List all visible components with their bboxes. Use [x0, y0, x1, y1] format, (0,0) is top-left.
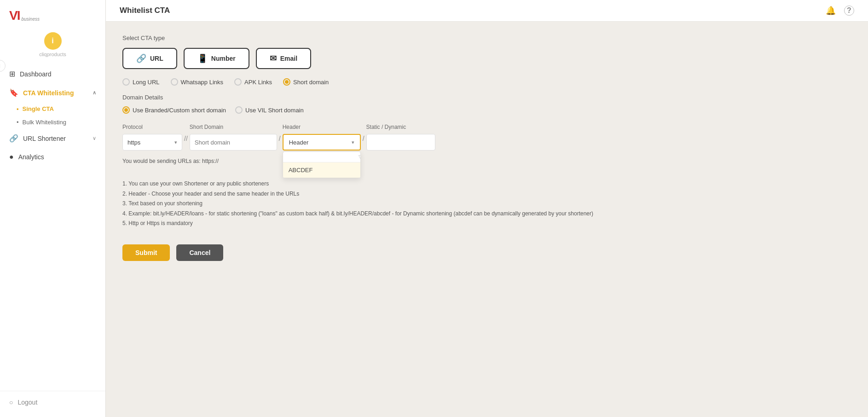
sidebar-item-label: Analytics: [18, 153, 44, 161]
sub-item-label: Single CTA: [23, 105, 54, 112]
chevron-down-icon: ▾: [352, 139, 354, 145]
sidebar-item-label: URL Shortener: [23, 135, 66, 142]
cta-type-url-button[interactable]: 🔗 URL: [122, 48, 177, 69]
notes-section: 1. You can use your own Shortener or any…: [122, 173, 851, 235]
sidebar-item-cta-whitelisting[interactable]: 🔖 CTA Whitelisting ∧: [0, 83, 105, 102]
header-dropdown-panel: ▽ ABCDEF: [283, 151, 361, 178]
radio-circle-apk: [234, 78, 242, 86]
sidebar-item-dashboard[interactable]: ⊞ Dashboard: [0, 64, 105, 83]
header-group: Header Header ▾ ▽ ABCDEF: [283, 124, 361, 151]
note-2: 2. Header - Choose your header and send …: [122, 189, 851, 199]
sidebar-nav: ⊞ Dashboard 🔖 CTA Whitelisting ∧ Single …: [0, 64, 105, 391]
top-bar: Whitelist CTA 🔔 ?: [106, 0, 868, 22]
number-btn-label: Number: [211, 55, 236, 62]
radio-whatsapp-links[interactable]: Whatsapp Links: [171, 78, 224, 86]
submit-button[interactable]: Submit: [122, 244, 170, 261]
cta-type-email-button[interactable]: ✉ Email: [256, 48, 311, 69]
protocol-select[interactable]: https ▾: [122, 134, 182, 151]
sub-radio-group: Use Branded/Custom short domain Use VIL …: [122, 106, 851, 114]
number-btn-icon: 📱: [197, 53, 208, 64]
radio-circle-vil: [235, 106, 243, 114]
chevron-up-icon: ∧: [93, 90, 96, 96]
sidebar: VI business i cliqproducts ‹ ⊞ Dashboard…: [0, 0, 106, 417]
sidebar-item-label: Dashboard: [20, 70, 52, 78]
url-preview: You would be sending URLs as: https://: [122, 158, 851, 164]
url-builder: Protocol https ▾ // Short Domain / Heade…: [122, 124, 851, 151]
static-dynamic-input[interactable]: [366, 134, 435, 151]
analytics-icon: ●: [9, 153, 14, 161]
short-domain-label: Short Domain: [190, 124, 277, 130]
filter-icon: ▽: [359, 154, 361, 160]
sidebar-bottom: ○ Logout: [0, 391, 105, 417]
email-btn-icon: ✉: [270, 53, 277, 64]
note-3: 3. Text based on your shortening: [122, 199, 851, 209]
email-btn-label: Email: [280, 55, 297, 62]
url-type-radios: Long URL Whatsapp Links APK Links Short …: [122, 78, 851, 86]
cancel-button[interactable]: Cancel: [176, 244, 223, 261]
static-dynamic-group: Static / Dynamic: [366, 124, 435, 151]
sep-slashes: //: [182, 135, 190, 142]
help-icon[interactable]: ?: [844, 6, 854, 16]
bell-icon[interactable]: 🔔: [826, 6, 836, 16]
form-buttons: Submit Cancel: [122, 244, 851, 261]
radio-label-branded: Use Branded/Custom short domain: [133, 107, 226, 114]
user-name: cliqproducts: [39, 52, 66, 57]
chevron-down-icon: ▾: [174, 139, 177, 145]
logo-business: business: [21, 17, 39, 22]
radio-label-whatsapp: Whatsapp Links: [181, 79, 224, 86]
short-domain-group: Short Domain: [190, 124, 277, 151]
protocol-group: Protocol https ▾: [122, 124, 182, 151]
note-1: 1. You can use your own Shortener or any…: [122, 179, 851, 189]
radio-label-apk: APK Links: [244, 79, 272, 86]
url-btn-label: URL: [150, 55, 163, 62]
top-bar-actions: 🔔 ?: [826, 6, 854, 16]
sep-slash1: /: [277, 135, 283, 142]
page-title: Whitelist CTA: [120, 6, 170, 15]
radio-circle-whatsapp: [171, 78, 178, 86]
select-cta-type-label: Select CTA type: [122, 35, 851, 41]
sidebar-item-url-shortener[interactable]: 🔗 URL Shortener ∨: [0, 129, 105, 148]
dropdown-item-abcdef[interactable]: ABCDEF: [283, 162, 360, 178]
radio-circle-short-domain: [283, 78, 290, 86]
radio-long-url[interactable]: Long URL: [122, 78, 160, 86]
logout-icon: ○: [9, 399, 13, 406]
radio-label-short-domain: Short domain: [293, 79, 329, 86]
radio-label-vil: Use VIL Short domain: [245, 107, 304, 114]
url-btn-icon: 🔗: [136, 53, 146, 64]
radio-label-long-url: Long URL: [133, 79, 160, 86]
short-domain-input[interactable]: [190, 134, 277, 151]
sidebar-sub-nav: Single CTA Bulk Whitelisting: [0, 102, 105, 129]
header-label: Header: [283, 124, 361, 130]
sidebar-item-label: CTA Whitelisting: [23, 89, 74, 97]
main-content: Whitelist CTA 🔔 ? Select CTA type 🔗 URL …: [106, 0, 868, 417]
cta-type-number-button[interactable]: 📱 Number: [184, 48, 249, 69]
form-area: Select CTA type 🔗 URL 📱 Number ✉ Email L…: [106, 22, 868, 417]
sidebar-item-analytics[interactable]: ● Analytics: [0, 148, 105, 166]
user-profile: i cliqproducts: [0, 28, 105, 64]
note-4: 4. Example: bit.ly/HEADER/loans - for st…: [122, 209, 851, 219]
sidebar-item-bulk-whitelisting[interactable]: Bulk Whitelisting: [17, 116, 105, 129]
radio-branded-custom[interactable]: Use Branded/Custom short domain: [122, 106, 226, 114]
logo: VI business: [0, 0, 105, 28]
note-5: 5. Http or Https is mandatory: [122, 219, 851, 229]
domain-details-label: Domain Details: [122, 94, 851, 101]
static-dynamic-label: Static / Dynamic: [366, 124, 435, 130]
logout-label: Logout: [17, 399, 37, 406]
radio-short-domain[interactable]: Short domain: [283, 78, 329, 86]
avatar: i: [44, 32, 62, 50]
sub-item-label: Bulk Whitelisting: [23, 119, 66, 126]
protocol-label: Protocol: [122, 124, 182, 130]
sep-slash2: /: [361, 135, 366, 142]
radio-circle-branded: [122, 106, 130, 114]
logo-vi: VI: [9, 8, 19, 23]
radio-apk-links[interactable]: APK Links: [234, 78, 272, 86]
radio-circle-long-url: [122, 78, 130, 86]
link-icon: 🔗: [9, 134, 18, 143]
header-select[interactable]: Header ▾: [283, 134, 361, 151]
radio-vil-short[interactable]: Use VIL Short domain: [235, 106, 304, 114]
logout-button[interactable]: ○ Logout: [9, 399, 96, 406]
dropdown-search: ▽: [283, 152, 360, 162]
dropdown-search-input[interactable]: [287, 154, 356, 160]
dashboard-icon: ⊞: [9, 70, 15, 78]
sidebar-item-single-cta[interactable]: Single CTA: [17, 102, 105, 116]
